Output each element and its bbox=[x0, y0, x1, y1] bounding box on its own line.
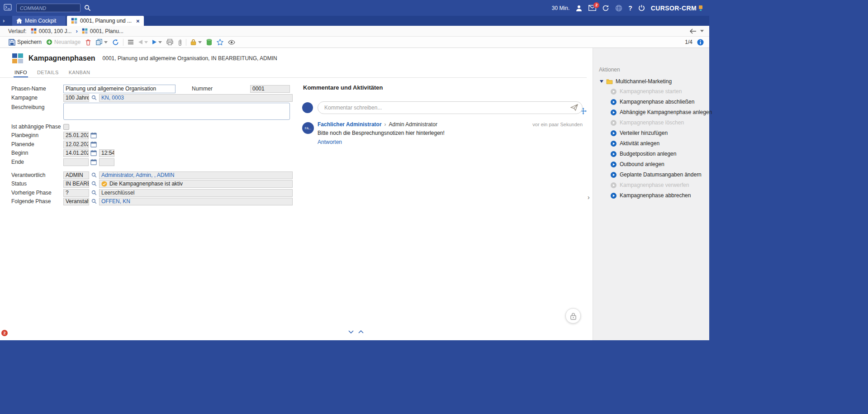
action-verteiler-hinzufuegen[interactable]: Verteiler hinzufügen bbox=[611, 129, 668, 137]
next-record-button[interactable] bbox=[150, 39, 164, 45]
expand-down-icon[interactable] bbox=[348, 330, 354, 333]
lookup-search-icon[interactable] bbox=[90, 180, 98, 187]
chevron-down-icon[interactable] bbox=[700, 30, 704, 32]
calendar-icon[interactable] bbox=[90, 159, 97, 165]
tabbar-expander-icon[interactable]: › bbox=[3, 17, 5, 24]
action-aktivitaet-anlegen[interactable]: Aktivität anlegen bbox=[611, 139, 659, 148]
save-button[interactable]: Speichern bbox=[6, 38, 44, 47]
breadcrumb-item-2[interactable]: 0001, Planu... bbox=[82, 28, 123, 34]
calendar-icon[interactable] bbox=[90, 132, 97, 138]
ende-time-field[interactable] bbox=[99, 158, 114, 166]
verantwortlich-link[interactable]: Administrator, Admin, , ADMIN bbox=[101, 172, 174, 178]
row-ist-abhaengige-phase: Ist abhängige Phase bbox=[11, 123, 69, 131]
watch-button[interactable] bbox=[226, 39, 237, 46]
refresh-button[interactable] bbox=[110, 38, 121, 47]
lookup-search-icon[interactable] bbox=[90, 198, 98, 205]
chevron-down-icon bbox=[198, 41, 202, 43]
action-kampagnenphase-abschliessen[interactable]: Kampagnenphase abschließen bbox=[611, 98, 694, 106]
globe-icon[interactable] bbox=[615, 5, 622, 12]
new-record-button[interactable]: Neuanlage bbox=[44, 38, 83, 46]
action-play-icon bbox=[611, 120, 617, 126]
mail-icon[interactable]: 2 bbox=[588, 5, 596, 11]
field-label: Phasen-Name bbox=[11, 86, 63, 92]
action-kampagnenphase-starten[interactable]: Kampagnenphase starten bbox=[611, 87, 682, 95]
tab-record-active[interactable]: 0001, Planung und ... × bbox=[67, 16, 144, 26]
delete-button[interactable] bbox=[83, 38, 94, 47]
expand-up-icon[interactable] bbox=[358, 330, 364, 333]
verantwortlich-key-field[interactable]: ADMIN bbox=[63, 171, 89, 179]
favorite-button[interactable] bbox=[214, 38, 226, 46]
tab-info[interactable]: INFO bbox=[14, 68, 28, 77]
search-icon[interactable] bbox=[84, 5, 91, 11]
kampagne-key-field[interactable]: 100 Jahre - bbox=[63, 94, 89, 102]
tab-kanban[interactable]: KANBAN bbox=[68, 68, 91, 77]
print-button[interactable] bbox=[164, 38, 175, 46]
view-tabs: INFO DETAILS KANBAN bbox=[0, 68, 587, 78]
action-play-icon bbox=[611, 172, 617, 178]
action-kampagnenphase-loeschen[interactable]: Kampagnenphase löschen bbox=[611, 119, 684, 127]
history-refresh-icon[interactable] bbox=[602, 5, 609, 12]
status-active-icon bbox=[101, 181, 107, 187]
comment-input[interactable] bbox=[318, 101, 583, 114]
lock-button[interactable] bbox=[565, 308, 581, 324]
comment-composer bbox=[302, 101, 583, 114]
tab-close-icon[interactable]: × bbox=[136, 18, 140, 24]
send-icon[interactable] bbox=[570, 104, 578, 112]
breadcrumb-item-1[interactable]: 0003, 100 J... bbox=[31, 28, 72, 34]
history-back-icon[interactable] bbox=[689, 29, 697, 34]
notification-badge[interactable]: 2 bbox=[1, 330, 8, 336]
actions-group[interactable]: Multichannel-Marketing bbox=[600, 78, 672, 85]
attachment-button[interactable] bbox=[175, 38, 184, 47]
lookup-search-icon[interactable] bbox=[90, 94, 98, 101]
trash-icon bbox=[85, 39, 91, 46]
entity-icon bbox=[31, 28, 37, 34]
planbeginn-field[interactable]: 25.01.2021 bbox=[63, 132, 89, 139]
planende-field[interactable]: 12.02.2021 bbox=[63, 141, 89, 148]
vorherige-key-field[interactable]: ? bbox=[63, 189, 89, 197]
action-geplante-datumsangaben-aendern[interactable]: Geplante Datumsangaben ändern bbox=[611, 171, 702, 179]
actions-group-label: Multichannel-Marketing bbox=[616, 78, 672, 85]
user-icon[interactable] bbox=[575, 5, 583, 12]
current-user-avatar bbox=[302, 102, 313, 113]
menu-button[interactable] bbox=[125, 38, 136, 46]
action-outbound-anlegen[interactable]: Outbound anlegen bbox=[611, 160, 664, 168]
permissions-button[interactable] bbox=[188, 38, 204, 46]
action-kampagnenphase-verwerfen[interactable]: Kampagnenphase verwerfen bbox=[611, 181, 689, 189]
field-label: Beschreibung bbox=[11, 103, 63, 110]
lookup-search-icon[interactable] bbox=[90, 189, 98, 196]
copy-button[interactable] bbox=[94, 38, 110, 46]
vorherige-display-field: Leerschlüssel bbox=[99, 189, 293, 197]
action-abhaengige-kampagnenphase-anlegen[interactable]: Abhängige Kampagnenphase anlegen bbox=[611, 108, 712, 116]
tab-details[interactable]: DETAILS bbox=[36, 68, 60, 77]
tree-expander-icon[interactable] bbox=[600, 80, 603, 83]
beginn-time-field[interactable]: 12:54 bbox=[99, 149, 114, 157]
folgende-key-field[interactable]: Veranstaltu bbox=[63, 198, 89, 205]
status-key-field[interactable]: IN BEARBEI bbox=[63, 180, 89, 188]
beschreibung-textarea[interactable] bbox=[63, 103, 290, 120]
abhaengig-checkbox[interactable] bbox=[63, 124, 69, 130]
info-icon[interactable] bbox=[697, 39, 704, 46]
ende-field[interactable] bbox=[63, 158, 89, 166]
action-kampagnenphase-abbrechen[interactable]: Kampagnenphase abbrechen bbox=[611, 191, 691, 200]
brand-logo: CURSOR-CRM bbox=[651, 5, 703, 12]
reply-link[interactable]: Antworten bbox=[318, 139, 342, 145]
calendar-icon[interactable] bbox=[90, 141, 97, 148]
brand-text: CURSOR-CRM bbox=[651, 5, 697, 12]
calendar-icon[interactable] bbox=[90, 150, 97, 156]
panel-collapse-icon[interactable]: › bbox=[588, 194, 590, 201]
field-label: Planbeginn bbox=[11, 132, 63, 138]
command-input[interactable] bbox=[16, 4, 81, 12]
tab-label: Mein Cockpit bbox=[25, 18, 56, 24]
comment-author-link[interactable]: Fachlicher Administrator bbox=[318, 121, 382, 128]
beginn-field[interactable]: 14.01.2021 bbox=[63, 149, 89, 157]
logout-power-icon[interactable] bbox=[638, 5, 645, 11]
previous-record-button[interactable] bbox=[136, 39, 150, 45]
kampagne-link[interactable]: KN, 0003 bbox=[101, 95, 124, 101]
tab-mein-cockpit[interactable]: Mein Cockpit bbox=[12, 16, 66, 26]
database-button[interactable] bbox=[204, 38, 214, 47]
action-budgetposition-anlegen[interactable]: Budgetposition anlegen bbox=[611, 150, 676, 158]
lookup-search-icon[interactable] bbox=[90, 171, 98, 179]
help-icon[interactable]: ? bbox=[628, 5, 632, 12]
phasen-name-input[interactable] bbox=[63, 85, 175, 93]
folgende-link[interactable]: OFFEN, KN bbox=[101, 198, 130, 205]
